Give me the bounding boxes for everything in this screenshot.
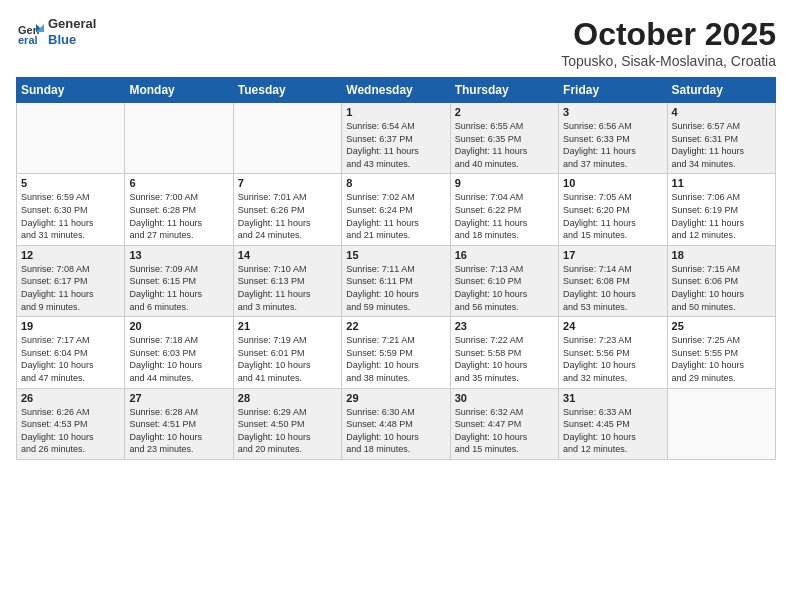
logo-text: General Blue	[48, 16, 96, 47]
calendar-day-cell: 8Sunrise: 7:02 AM Sunset: 6:24 PM Daylig…	[342, 174, 450, 245]
calendar-day-cell: 9Sunrise: 7:04 AM Sunset: 6:22 PM Daylig…	[450, 174, 558, 245]
calendar-day-cell: 31Sunrise: 6:33 AM Sunset: 4:45 PM Dayli…	[559, 388, 667, 459]
day-info: Sunrise: 7:22 AM Sunset: 5:58 PM Dayligh…	[455, 334, 554, 384]
day-number: 31	[563, 392, 662, 404]
day-number: 6	[129, 177, 228, 189]
day-number: 8	[346, 177, 445, 189]
day-number: 7	[238, 177, 337, 189]
day-number: 11	[672, 177, 771, 189]
day-info: Sunrise: 7:17 AM Sunset: 6:04 PM Dayligh…	[21, 334, 120, 384]
calendar-day-cell: 13Sunrise: 7:09 AM Sunset: 6:15 PM Dayli…	[125, 245, 233, 316]
weekday-header-row: SundayMondayTuesdayWednesdayThursdayFrid…	[17, 78, 776, 103]
calendar-day-cell: 22Sunrise: 7:21 AM Sunset: 5:59 PM Dayli…	[342, 317, 450, 388]
calendar-day-cell: 27Sunrise: 6:28 AM Sunset: 4:51 PM Dayli…	[125, 388, 233, 459]
day-info: Sunrise: 6:32 AM Sunset: 4:47 PM Dayligh…	[455, 406, 554, 456]
calendar-table: SundayMondayTuesdayWednesdayThursdayFrid…	[16, 77, 776, 460]
day-number: 27	[129, 392, 228, 404]
day-number: 2	[455, 106, 554, 118]
day-info: Sunrise: 7:23 AM Sunset: 5:56 PM Dayligh…	[563, 334, 662, 384]
weekday-header-wednesday: Wednesday	[342, 78, 450, 103]
day-info: Sunrise: 6:33 AM Sunset: 4:45 PM Dayligh…	[563, 406, 662, 456]
day-info: Sunrise: 7:01 AM Sunset: 6:26 PM Dayligh…	[238, 191, 337, 241]
weekday-header-thursday: Thursday	[450, 78, 558, 103]
day-info: Sunrise: 6:26 AM Sunset: 4:53 PM Dayligh…	[21, 406, 120, 456]
calendar-day-cell: 10Sunrise: 7:05 AM Sunset: 6:20 PM Dayli…	[559, 174, 667, 245]
day-info: Sunrise: 7:25 AM Sunset: 5:55 PM Dayligh…	[672, 334, 771, 384]
calendar-day-cell	[233, 103, 341, 174]
day-number: 30	[455, 392, 554, 404]
calendar-week-row: 1Sunrise: 6:54 AM Sunset: 6:37 PM Daylig…	[17, 103, 776, 174]
day-info: Sunrise: 7:02 AM Sunset: 6:24 PM Dayligh…	[346, 191, 445, 241]
day-number: 14	[238, 249, 337, 261]
calendar-day-cell: 4Sunrise: 6:57 AM Sunset: 6:31 PM Daylig…	[667, 103, 775, 174]
calendar-day-cell: 12Sunrise: 7:08 AM Sunset: 6:17 PM Dayli…	[17, 245, 125, 316]
calendar-day-cell: 25Sunrise: 7:25 AM Sunset: 5:55 PM Dayli…	[667, 317, 775, 388]
calendar-day-cell: 24Sunrise: 7:23 AM Sunset: 5:56 PM Dayli…	[559, 317, 667, 388]
calendar-day-cell	[17, 103, 125, 174]
calendar-day-cell: 7Sunrise: 7:01 AM Sunset: 6:26 PM Daylig…	[233, 174, 341, 245]
calendar-day-cell: 29Sunrise: 6:30 AM Sunset: 4:48 PM Dayli…	[342, 388, 450, 459]
day-info: Sunrise: 7:00 AM Sunset: 6:28 PM Dayligh…	[129, 191, 228, 241]
day-number: 23	[455, 320, 554, 332]
day-number: 29	[346, 392, 445, 404]
day-info: Sunrise: 7:10 AM Sunset: 6:13 PM Dayligh…	[238, 263, 337, 313]
page-header: Gen eral General Blue October 2025 Topus…	[16, 16, 776, 69]
weekday-header-sunday: Sunday	[17, 78, 125, 103]
day-number: 20	[129, 320, 228, 332]
day-number: 17	[563, 249, 662, 261]
day-info: Sunrise: 7:09 AM Sunset: 6:15 PM Dayligh…	[129, 263, 228, 313]
day-number: 28	[238, 392, 337, 404]
calendar-week-row: 19Sunrise: 7:17 AM Sunset: 6:04 PM Dayli…	[17, 317, 776, 388]
day-info: Sunrise: 6:55 AM Sunset: 6:35 PM Dayligh…	[455, 120, 554, 170]
month-title: October 2025	[561, 16, 776, 53]
calendar-week-row: 5Sunrise: 6:59 AM Sunset: 6:30 PM Daylig…	[17, 174, 776, 245]
day-number: 22	[346, 320, 445, 332]
calendar-day-cell	[125, 103, 233, 174]
day-number: 3	[563, 106, 662, 118]
calendar-day-cell: 26Sunrise: 6:26 AM Sunset: 4:53 PM Dayli…	[17, 388, 125, 459]
logo-blue-text: Blue	[48, 32, 96, 48]
location-subtitle: Topusko, Sisak-Moslavina, Croatia	[561, 53, 776, 69]
day-info: Sunrise: 6:54 AM Sunset: 6:37 PM Dayligh…	[346, 120, 445, 170]
calendar-day-cell: 1Sunrise: 6:54 AM Sunset: 6:37 PM Daylig…	[342, 103, 450, 174]
day-info: Sunrise: 7:05 AM Sunset: 6:20 PM Dayligh…	[563, 191, 662, 241]
day-info: Sunrise: 7:08 AM Sunset: 6:17 PM Dayligh…	[21, 263, 120, 313]
day-info: Sunrise: 7:14 AM Sunset: 6:08 PM Dayligh…	[563, 263, 662, 313]
calendar-day-cell: 20Sunrise: 7:18 AM Sunset: 6:03 PM Dayli…	[125, 317, 233, 388]
calendar-day-cell: 2Sunrise: 6:55 AM Sunset: 6:35 PM Daylig…	[450, 103, 558, 174]
day-info: Sunrise: 6:56 AM Sunset: 6:33 PM Dayligh…	[563, 120, 662, 170]
day-number: 10	[563, 177, 662, 189]
calendar-day-cell: 17Sunrise: 7:14 AM Sunset: 6:08 PM Dayli…	[559, 245, 667, 316]
day-number: 12	[21, 249, 120, 261]
day-number: 18	[672, 249, 771, 261]
day-number: 21	[238, 320, 337, 332]
calendar-day-cell: 18Sunrise: 7:15 AM Sunset: 6:06 PM Dayli…	[667, 245, 775, 316]
calendar-day-cell: 16Sunrise: 7:13 AM Sunset: 6:10 PM Dayli…	[450, 245, 558, 316]
calendar-week-row: 12Sunrise: 7:08 AM Sunset: 6:17 PM Dayli…	[17, 245, 776, 316]
day-number: 19	[21, 320, 120, 332]
logo-general-text: General	[48, 16, 96, 32]
day-info: Sunrise: 6:30 AM Sunset: 4:48 PM Dayligh…	[346, 406, 445, 456]
day-number: 25	[672, 320, 771, 332]
day-number: 5	[21, 177, 120, 189]
weekday-header-monday: Monday	[125, 78, 233, 103]
calendar-day-cell: 14Sunrise: 7:10 AM Sunset: 6:13 PM Dayli…	[233, 245, 341, 316]
day-number: 9	[455, 177, 554, 189]
day-number: 26	[21, 392, 120, 404]
day-number: 1	[346, 106, 445, 118]
day-info: Sunrise: 7:19 AM Sunset: 6:01 PM Dayligh…	[238, 334, 337, 384]
day-number: 16	[455, 249, 554, 261]
logo: Gen eral General Blue	[16, 16, 96, 47]
calendar-day-cell: 15Sunrise: 7:11 AM Sunset: 6:11 PM Dayli…	[342, 245, 450, 316]
calendar-day-cell: 19Sunrise: 7:17 AM Sunset: 6:04 PM Dayli…	[17, 317, 125, 388]
calendar-day-cell: 6Sunrise: 7:00 AM Sunset: 6:28 PM Daylig…	[125, 174, 233, 245]
calendar-day-cell: 11Sunrise: 7:06 AM Sunset: 6:19 PM Dayli…	[667, 174, 775, 245]
title-block: October 2025 Topusko, Sisak-Moslavina, C…	[561, 16, 776, 69]
day-info: Sunrise: 7:06 AM Sunset: 6:19 PM Dayligh…	[672, 191, 771, 241]
day-info: Sunrise: 6:57 AM Sunset: 6:31 PM Dayligh…	[672, 120, 771, 170]
day-number: 15	[346, 249, 445, 261]
day-info: Sunrise: 6:59 AM Sunset: 6:30 PM Dayligh…	[21, 191, 120, 241]
weekday-header-saturday: Saturday	[667, 78, 775, 103]
day-info: Sunrise: 7:04 AM Sunset: 6:22 PM Dayligh…	[455, 191, 554, 241]
calendar-day-cell: 28Sunrise: 6:29 AM Sunset: 4:50 PM Dayli…	[233, 388, 341, 459]
